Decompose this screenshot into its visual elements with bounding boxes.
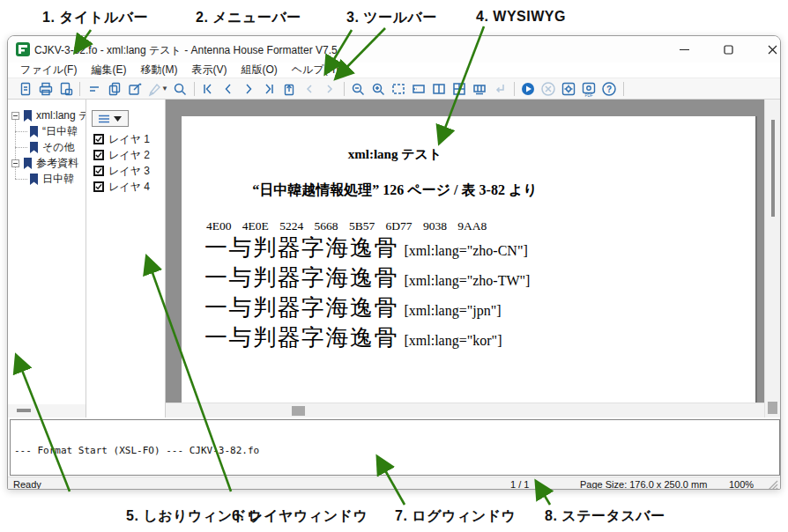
minimize-button[interactable] <box>665 36 703 63</box>
menu-move[interactable]: 移動(M) <box>133 62 184 78</box>
layer-label: レイヤ 2 <box>108 148 150 163</box>
toolbar-separator <box>514 82 515 96</box>
minimize-icon <box>680 45 689 55</box>
log-line: --- Format Start (XSL-FO) --- CJKV-3-82.… <box>14 445 776 456</box>
facing-pages-button[interactable] <box>429 80 450 98</box>
maximize-icon <box>724 45 733 55</box>
annotation-toolbar: 3. ツールバー <box>346 9 437 27</box>
format-lines-button[interactable] <box>84 80 104 98</box>
svg-text:PDF: PDF <box>585 92 593 97</box>
search-button[interactable] <box>170 80 190 98</box>
help-button[interactable]: ? <box>599 80 620 98</box>
menu-help[interactable]: ヘルプ(H) <box>285 62 346 78</box>
tree-collapse-icon[interactable] <box>11 159 19 167</box>
log-window[interactable]: --- Format Start (XSL-FO) --- CJKV-3-82.… <box>10 419 780 476</box>
copy-button[interactable] <box>104 80 124 98</box>
resize-grip-icon[interactable] <box>768 480 778 490</box>
goto-page-button[interactable] <box>279 80 300 98</box>
layer-item[interactable]: レイヤ 1 <box>93 132 150 146</box>
last-page-icon <box>261 81 277 97</box>
layer-item[interactable]: レイヤ 2 <box>93 148 150 162</box>
bookmark-item[interactable]: “日中韓 <box>29 123 78 139</box>
wysiwyg-viewport: xml:lang テスト “日中韓越情報処理” 126 ページ / 表 3-82… <box>166 100 764 403</box>
export-pdf-button[interactable] <box>56 80 76 98</box>
scrollbar-thumb[interactable] <box>292 406 305 416</box>
bookmark-item[interactable]: その他 <box>29 139 75 155</box>
multi-pages-button[interactable] <box>450 80 470 98</box>
pdf-options-button[interactable]: PDF <box>579 80 599 98</box>
checkbox-checked-icon[interactable] <box>93 134 104 144</box>
edit-source-icon <box>127 81 143 97</box>
toolbar-separator <box>623 82 624 96</box>
scrollbar-thumb[interactable] <box>771 120 775 217</box>
unicode-code-row: 4E00 4E0E 5224 5668 5B57 6D77 9038 9AA8 <box>206 219 487 233</box>
stop-format-button[interactable] <box>539 80 559 98</box>
document-subtitle: “日中韓越情報処理” 126 ページ / 表 3-82 より <box>182 181 608 200</box>
back-button[interactable] <box>300 80 320 98</box>
last-page-button[interactable] <box>259 80 279 98</box>
bookmark-label: 参考資料 <box>36 156 78 171</box>
zoom-out-icon <box>350 81 366 97</box>
bookmark-label: その他 <box>42 140 75 155</box>
bookmark-item[interactable]: xml:lang テ <box>11 107 86 123</box>
annotation-log-window: 7. ログウィンドウ <box>395 507 516 526</box>
bookmark-item[interactable]: 日中韓 <box>29 171 74 187</box>
layer-item[interactable]: レイヤ 4 <box>93 180 150 194</box>
checkbox-checked-icon[interactable] <box>93 166 104 176</box>
checkbox-checked-icon[interactable] <box>93 181 104 192</box>
document-vertical-scrollbar[interactable] <box>764 100 780 417</box>
next-page-button[interactable] <box>239 80 259 98</box>
svg-text:?: ? <box>606 84 612 93</box>
xml-lang-tag: [xml:lang="zho-TW"] <box>405 273 531 289</box>
toolbar-separator <box>194 82 195 96</box>
prev-page-button[interactable] <box>219 80 239 98</box>
menu-edit[interactable]: 編集(E) <box>84 62 133 78</box>
run-format-button[interactable] <box>518 80 539 98</box>
menu-view[interactable]: 表示(V) <box>184 62 234 78</box>
annotation-statusbar: 8. ステータスバー <box>545 507 665 526</box>
bookmark-icon <box>29 126 39 137</box>
continuous-view-button[interactable] <box>470 80 490 98</box>
menu-file[interactable]: ファイル(F) <box>13 62 84 78</box>
zoom-out-button[interactable] <box>348 80 368 98</box>
document-horizontal-scrollbar[interactable] <box>166 403 764 417</box>
close-button[interactable] <box>754 36 781 63</box>
layer-menu-button[interactable] <box>92 110 129 127</box>
fit-width-button[interactable] <box>409 80 429 98</box>
menu-format[interactable]: 組版(O) <box>234 62 284 78</box>
app-window: CJKV-3-82.fo - xml:lang テスト - Antenna Ho… <box>7 35 781 490</box>
zoom-in-button[interactable] <box>368 80 389 98</box>
maximize-button[interactable] <box>710 36 747 63</box>
new-document-icon <box>18 81 33 97</box>
prev-page-icon <box>220 81 236 97</box>
run-format-icon <box>520 81 536 97</box>
hamburger-menu-icon <box>99 115 109 123</box>
checkbox-checked-icon[interactable] <box>93 150 104 160</box>
first-page-button[interactable] <box>198 80 219 98</box>
bookmark-icon <box>23 110 33 122</box>
fit-page-button[interactable] <box>389 80 409 98</box>
bookmark-item[interactable]: 参考資料 <box>11 155 78 171</box>
status-bar: Ready 1 / 1 Page Size: 176.0 x 250.0 mm … <box>8 477 780 490</box>
line-break-button[interactable] <box>490 80 510 98</box>
forward-button[interactable] <box>320 80 340 98</box>
tree-collapse-icon[interactable] <box>11 112 19 120</box>
layer-item[interactable]: レイヤ 3 <box>93 164 150 178</box>
marker-brush-icon <box>147 81 163 97</box>
tree-guide-line <box>15 131 27 132</box>
back-icon <box>301 81 317 97</box>
next-page-icon <box>241 81 256 97</box>
cjk-sample-row: 一 与 判 器 字 海 逸 骨 [xml:lang="kor"] <box>204 325 502 351</box>
annotation-wysiwyg: 4. WYSIWYG <box>476 9 566 25</box>
scrollbar-thumb[interactable] <box>17 409 31 412</box>
new-document-button[interactable] <box>15 80 35 98</box>
format-options-button[interactable] <box>559 80 579 98</box>
marker-dropdown-caret-icon[interactable]: ▼ <box>161 85 168 92</box>
title-bar: CJKV-3-82.fo - xml:lang テスト - Antenna Ho… <box>8 36 780 63</box>
print-button[interactable] <box>35 80 56 98</box>
fit-width-icon <box>411 81 427 97</box>
tree-guide-line <box>15 179 27 180</box>
edit-source-button[interactable] <box>124 80 145 98</box>
bookmark-icon <box>29 142 39 153</box>
bookmark-horizontal-scrollbar[interactable] <box>8 404 86 417</box>
